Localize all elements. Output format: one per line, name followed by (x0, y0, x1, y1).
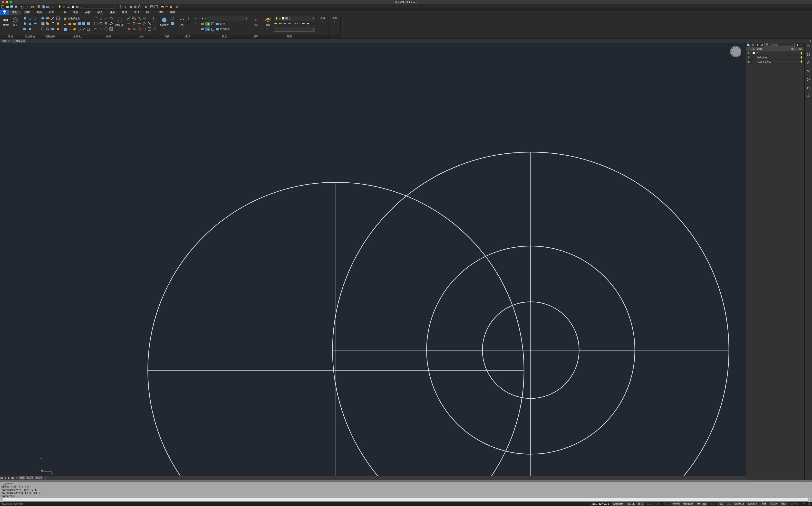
save-all-icon[interactable] (41, 5, 45, 9)
status-toggle[interactable]: 無 (801, 502, 807, 506)
tool-icon[interactable] (33, 27, 37, 31)
bulb-icon[interactable]: 💡 (58, 5, 62, 9)
tool-icon[interactable] (297, 22, 301, 26)
tool-icon[interactable] (201, 27, 205, 31)
tool-icon[interactable] (283, 22, 287, 26)
menu-tab[interactable]: 機械 (167, 9, 179, 15)
tool-icon[interactable] (152, 16, 157, 20)
tool-icon[interactable] (170, 21, 174, 26)
manipulate-button[interactable]: 操控 (251, 16, 260, 34)
paste-icon[interactable] (37, 5, 41, 9)
layout-nav-last[interactable]: ⏭ (11, 477, 14, 479)
status-toggle[interactable]: 線寬 (708, 502, 717, 506)
bulb-icon[interactable]: 💡 (800, 56, 803, 59)
layer-search-input[interactable] (770, 44, 794, 47)
layer-button[interactable]: 圖層 ▾ (264, 16, 272, 34)
tool-icon[interactable] (137, 27, 141, 31)
compare-button[interactable]: 比對 ▾ (330, 16, 339, 34)
tool-icon[interactable] (28, 16, 32, 20)
view-cube[interactable] (730, 46, 741, 57)
layout-nav-next[interactable]: ▶ (7, 477, 11, 479)
tool-icon[interactable] (132, 16, 136, 20)
solid-icon[interactable] (129, 5, 133, 9)
status-toggle[interactable]: ISO-25 (625, 502, 636, 506)
status-toggle[interactable]: 動態輸入 (746, 502, 759, 506)
doc-tab-start[interactable]: 開始 ⊗ (1, 39, 12, 43)
copy-guide-button[interactable]: 複製引導 ▾ (115, 16, 124, 34)
print-icon[interactable] (14, 5, 18, 9)
tool-icon[interactable] (93, 21, 98, 26)
status-toggle[interactable]: 物件鎖點 (681, 502, 695, 506)
layout-add-button[interactable]: + (44, 477, 48, 479)
redo-icon[interactable] (25, 5, 28, 9)
tool-icon[interactable] (288, 22, 291, 26)
status-toggle[interactable]: Standard (611, 502, 625, 506)
menu-tab[interactable]: 註解 (106, 9, 119, 15)
tool-icon[interactable] (56, 27, 60, 31)
tool-icon[interactable] (147, 27, 152, 31)
layers-icon[interactable] (806, 61, 810, 65)
new-icon[interactable] (1, 5, 5, 9)
view-dropdown[interactable]: ▾ (207, 16, 248, 21)
tool-icon[interactable] (93, 16, 98, 20)
col-name[interactable]: 名稱 (756, 48, 791, 51)
layer-dropdown[interactable]: 0 ▾ (80, 5, 116, 9)
tool-icon[interactable] (193, 21, 198, 26)
section-plane-button[interactable]: 剖面平面 ▾ (160, 16, 169, 34)
menu-tab[interactable]: 常用 (9, 9, 21, 15)
tool-icon[interactable] (109, 21, 113, 26)
open-icon[interactable] (5, 5, 9, 9)
chevron-down-icon[interactable]: ▾ (800, 43, 804, 47)
delete-layer-icon[interactable]: ✕ (751, 43, 755, 47)
status-toggle[interactable]: 物件追蹤 (695, 502, 708, 506)
window-zoom-button[interactable] (10, 1, 12, 3)
tool-icon[interactable] (215, 22, 219, 26)
layout-tab-model[interactable]: 模型 (18, 476, 25, 480)
tool-icon[interactable] (68, 22, 72, 26)
tool-icon[interactable] (301, 22, 305, 26)
tool-icon[interactable] (77, 22, 81, 26)
bulb-icon[interactable]: 💡 (800, 60, 803, 63)
menu-tab[interactable]: 管理 (131, 9, 143, 15)
new-layer-icon[interactable] (747, 43, 750, 47)
tool-icon[interactable] (152, 21, 157, 26)
tool-icon[interactable] (46, 21, 50, 26)
tool-icon[interactable] (142, 16, 146, 20)
tool-icon[interactable] (86, 27, 90, 31)
doc-tab-drawing1[interactable]: 圖面1 ⊗ (12, 39, 26, 43)
status-toggle[interactable]: 正交 (662, 502, 670, 506)
tool-icon[interactable] (104, 16, 108, 20)
tool-icon[interactable] (33, 16, 37, 20)
fx-icon[interactable]: f(x) (806, 85, 810, 89)
layer-search[interactable]: 🔍 (764, 43, 795, 47)
tool-icon[interactable] (152, 27, 157, 31)
tool-icon[interactable] (306, 22, 310, 26)
tool-icon[interactable] (73, 22, 77, 26)
tool-icon[interactable] (28, 27, 32, 31)
tool-icon[interactable]: T (51, 21, 55, 26)
bulb-icon[interactable]: 💡 (800, 52, 803, 55)
lock-icon[interactable] (67, 5, 70, 9)
status-toggle[interactable]: 動態UCS (732, 502, 746, 506)
close-icon[interactable]: ⊗ (23, 40, 25, 43)
tool-icon[interactable] (73, 27, 77, 31)
tool-icon[interactable] (274, 22, 278, 26)
app-menu-button[interactable] (0, 9, 9, 15)
structure-icon[interactable] (806, 77, 810, 81)
help-icon[interactable]: ? (119, 5, 122, 9)
tool-icon[interactable] (137, 21, 141, 26)
drawing-viewport[interactable]: Y X W ⏮ ◀ ▶ ⏭ ≡ 模型 配置1 (0, 43, 746, 480)
layout-tab-layout1[interactable]: 配置1 (26, 476, 34, 480)
tool-icon[interactable]: 3d (205, 27, 210, 31)
wireframe-icon[interactable] (138, 5, 142, 9)
tool-icon[interactable] (127, 21, 131, 26)
menu-tab[interactable]: 輸出 (143, 9, 155, 15)
create-button[interactable]: 建立 ▾ (11, 16, 19, 34)
status-toggle[interactable]: 鎖點 (645, 502, 653, 506)
status-toggle[interactable]: 導航 (759, 502, 768, 506)
sun-icon[interactable]: ☀ (62, 5, 66, 9)
table-alt-icon[interactable] (154, 5, 158, 9)
tool-icon[interactable] (93, 27, 98, 31)
tool-icon[interactable] (33, 21, 37, 26)
tool-icon[interactable] (132, 27, 136, 31)
